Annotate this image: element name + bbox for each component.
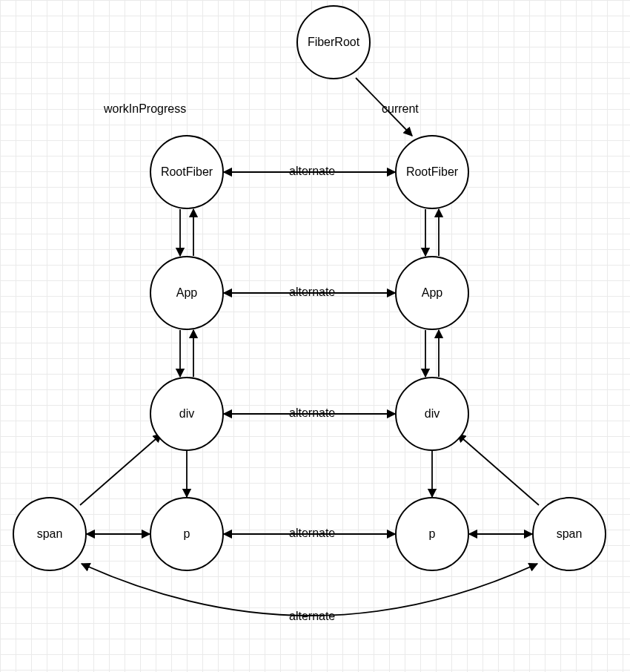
node-label: App <box>422 286 442 300</box>
label-alternate: alternate <box>289 286 335 299</box>
node-label: FiberRoot <box>308 36 359 49</box>
node-label: div <box>179 407 194 421</box>
label-workinprogress: workInProgress <box>104 102 186 116</box>
svg-line-11 <box>80 434 162 505</box>
node-div-right: div <box>395 377 469 451</box>
label-alternate: alternate <box>289 610 335 623</box>
node-span-right: span <box>532 497 606 571</box>
node-label: span <box>37 527 63 541</box>
node-fiberroot: FiberRoot <box>296 5 371 79</box>
node-p-left: p <box>150 497 224 571</box>
label-current: current <box>382 102 419 116</box>
label-alternate: alternate <box>289 406 335 420</box>
node-label: RootFiber <box>406 165 458 179</box>
diagram-canvas: FiberRoot RootFiber RootFiber App App di… <box>0 0 630 672</box>
node-label: p <box>429 527 436 541</box>
node-app-right: App <box>395 256 469 330</box>
node-label: div <box>425 407 440 421</box>
node-rootfiber-right: RootFiber <box>395 135 469 209</box>
node-label: RootFiber <box>161 165 213 179</box>
label-alternate: alternate <box>289 527 335 540</box>
node-label: span <box>557 527 583 541</box>
node-span-left: span <box>13 497 87 571</box>
node-label: p <box>184 527 190 541</box>
node-p-right: p <box>395 497 469 571</box>
node-label: App <box>176 286 197 300</box>
edges-layer <box>0 0 630 672</box>
node-rootfiber-left: RootFiber <box>150 135 224 209</box>
node-app-left: App <box>150 256 224 330</box>
svg-line-18 <box>457 434 539 505</box>
node-div-left: div <box>150 377 224 451</box>
label-alternate: alternate <box>289 165 335 178</box>
